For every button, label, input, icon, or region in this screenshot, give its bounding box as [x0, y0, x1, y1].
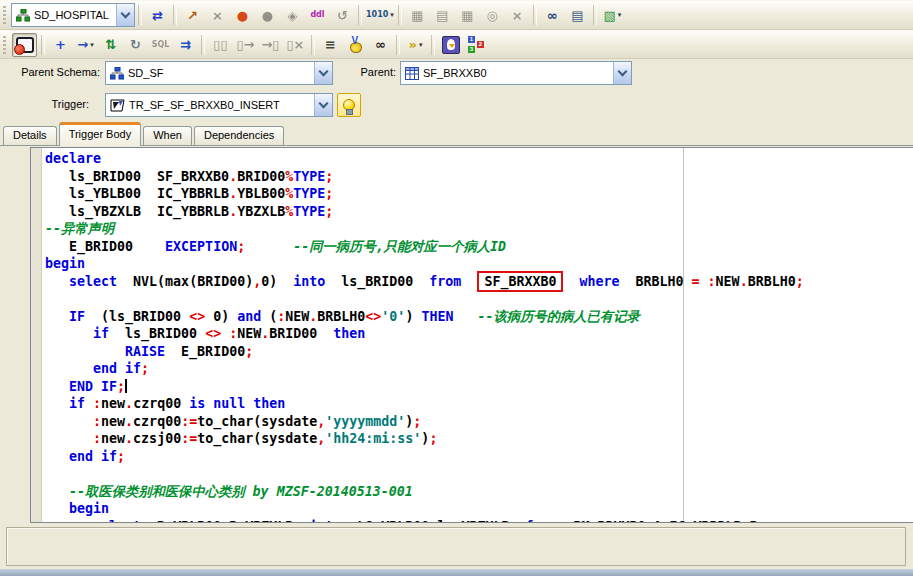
- properties-icon: ▤: [571, 9, 583, 22]
- lightbulb-icon: [343, 99, 355, 111]
- flask-icon: [348, 37, 364, 53]
- object-selector-panel: Parent Schema: SD_SF Parent: SF_BRXXB0 T…: [0, 58, 913, 122]
- editor-text-area[interactable]: declare ls_BRID00 SF_BRXXB0.BRID00%TYPE;…: [42, 148, 913, 522]
- code-line: --异常声明: [45, 220, 913, 238]
- table-data-button: ▤: [431, 4, 454, 26]
- tab-dependencies[interactable]: Dependencies: [194, 126, 284, 145]
- parent-combo[interactable]: SF_BRXXB0: [400, 61, 632, 85]
- import-page-icon: →▯: [261, 38, 279, 51]
- commit-icon: →: [77, 38, 88, 51]
- properties-button[interactable]: ▤: [566, 4, 589, 26]
- switch-schema-button[interactable]: ⇄: [146, 4, 169, 26]
- breakpoint-button[interactable]: ●: [231, 4, 254, 26]
- trigger-combo[interactable]: TR_SF_SF_BRXXB0_INSERT: [105, 93, 333, 117]
- toolbar-separator: [593, 5, 597, 25]
- toolbar-separator: [41, 35, 45, 55]
- toolbar-separator: [311, 35, 315, 55]
- import-page-button: →▯: [259, 34, 282, 56]
- dropdown-caret-icon: ▾: [419, 41, 423, 49]
- extract-button[interactable]: ⇉: [174, 34, 197, 56]
- cancel-icon: ×: [212, 9, 223, 22]
- dropdown-caret-icon: ▾: [618, 11, 622, 19]
- sync-button[interactable]: ⇅: [99, 34, 122, 56]
- table-info-icon: ▦: [411, 9, 423, 22]
- parent-dropdown-button[interactable]: [613, 62, 631, 84]
- code-line: ls_BRID00 SF_BRXXB0.BRID00%TYPE;: [45, 168, 913, 186]
- diagram-button[interactable]: ▧▾: [601, 4, 624, 26]
- toolbar-grip[interactable]: [3, 36, 6, 54]
- more-actions-button[interactable]: »▾: [404, 34, 427, 56]
- find-object-icon: ∞: [547, 9, 558, 22]
- code-line: if ls_BRID00 <> :NEW.BRID00 then: [45, 325, 913, 343]
- sync-icon: ⇅: [105, 38, 116, 51]
- discard-page-button: ▯×: [284, 34, 307, 56]
- parent-schema-value: SD_SF: [128, 67, 163, 79]
- sql-icon: SQL: [152, 41, 170, 49]
- export-page-icon: ▯→: [236, 38, 254, 51]
- tab-details[interactable]: Details: [3, 126, 57, 145]
- add-button[interactable]: +: [49, 34, 72, 56]
- watch-icon: ●: [262, 9, 273, 22]
- schema-selector[interactable]: SD_HOSPITAL: [11, 3, 135, 27]
- table-info-button: ▦: [406, 4, 429, 26]
- hierarchy-button[interactable]: ≡: [319, 34, 342, 56]
- binary-data-button[interactable]: 1010▾: [366, 4, 394, 26]
- code-line: [45, 290, 913, 308]
- extract-icon: ⇉: [180, 38, 191, 51]
- code-line: end if;: [45, 360, 913, 378]
- hint-toggle-button[interactable]: [337, 93, 361, 117]
- refresh-button[interactable]: ↻: [124, 34, 147, 56]
- tab-when[interactable]: When: [143, 126, 192, 145]
- find-button[interactable]: ∞: [369, 34, 392, 56]
- ddl-button[interactable]: ddl: [306, 4, 329, 26]
- refresh-icon: ↻: [130, 38, 141, 51]
- edit-wizard-button[interactable]: ↗: [181, 4, 204, 26]
- export-page-button: ▯→: [234, 34, 257, 56]
- find-icon: ∞: [375, 38, 386, 51]
- rebuild-button: ↺: [331, 4, 354, 26]
- edit-wizard-icon: ↗: [187, 9, 198, 22]
- spray-button: ◈: [281, 4, 304, 26]
- switch-schema-icon: ⇄: [152, 9, 163, 22]
- steps-button[interactable]: 123: [464, 34, 487, 56]
- parent-schema-dropdown-button[interactable]: [314, 62, 332, 84]
- step-2-box: 2: [477, 41, 484, 48]
- status-panel: [6, 527, 906, 566]
- code-line: end if;: [45, 448, 913, 466]
- database-tool-window: SD_HOSPITAL ⇄↗×●●◈ddl↺1010▾▦▤▦◎×∞▤▧▾ +→▾…: [0, 0, 913, 576]
- breakpoint-icon: ●: [237, 9, 248, 22]
- trigger-icon: [110, 99, 125, 112]
- find-object-button[interactable]: ∞: [541, 4, 564, 26]
- table-search-icon: ◎: [487, 9, 498, 22]
- toolbar-grip[interactable]: [3, 6, 6, 24]
- org-tree-blue-icon: [110, 67, 124, 80]
- trigger-dropdown-button[interactable]: [314, 94, 332, 116]
- parent-schema-combo[interactable]: SD_SF: [105, 61, 333, 85]
- toolbar-separator: [396, 35, 400, 55]
- code-line: declare: [45, 150, 913, 168]
- code-line: begin: [45, 500, 913, 518]
- toolbar-separator: [398, 5, 402, 25]
- tab-trigger-body[interactable]: Trigger Body: [59, 122, 142, 146]
- org-tree-green-icon: [16, 9, 30, 22]
- trigger-body-editor[interactable]: declare ls_BRID00 SF_BRXXB0.BRID00%TYPE;…: [30, 147, 913, 523]
- commit-button[interactable]: →▾: [74, 34, 97, 56]
- text-cursor: [125, 379, 127, 393]
- toolbar-separator: [358, 5, 362, 25]
- toolbar-separator: [431, 35, 435, 55]
- eagle-button[interactable]: [439, 34, 462, 56]
- flask-button[interactable]: [344, 34, 367, 56]
- ddl-icon: ddl: [310, 11, 324, 19]
- chevron-down-icon: [618, 67, 628, 77]
- more-actions-icon: »: [409, 38, 417, 51]
- code-line: END IF;: [45, 378, 913, 396]
- hierarchy-icon: ≡: [325, 38, 336, 51]
- record-button[interactable]: [12, 33, 37, 57]
- code-line: :new.czrq00:=to_char(sysdate,'yyyymmdd')…: [45, 413, 913, 431]
- dropdown-caret-icon: ▾: [390, 11, 394, 19]
- schema-selector-dropdown-button[interactable]: [116, 4, 134, 26]
- diagram-icon: ▧: [603, 9, 615, 22]
- toolbar-separator: [201, 35, 205, 55]
- table-data-icon: ▤: [436, 9, 448, 22]
- chevron-down-icon: [121, 9, 131, 19]
